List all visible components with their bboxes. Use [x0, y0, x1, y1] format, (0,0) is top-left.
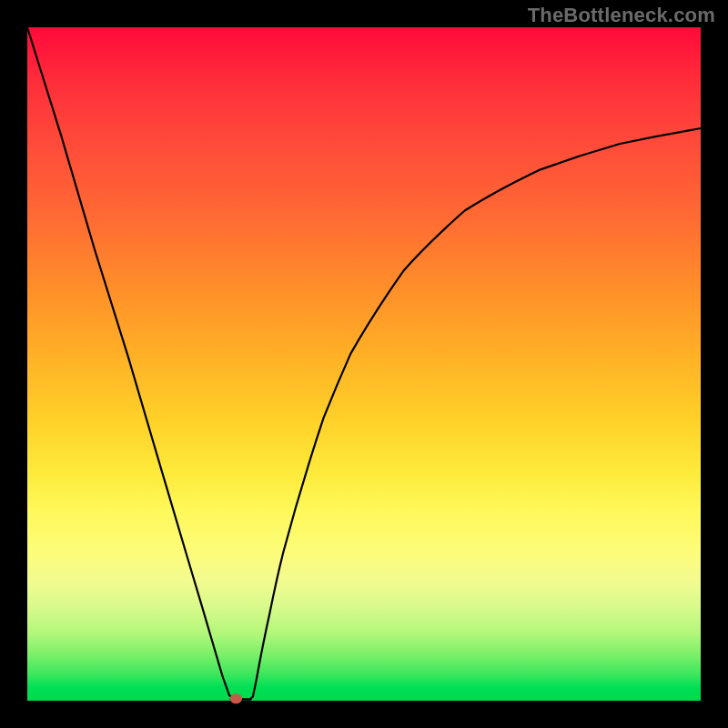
plot-area	[27, 27, 701, 701]
chart-frame: TheBottleneck.com	[0, 0, 728, 728]
curve-layer	[27, 27, 701, 701]
watermark-label: TheBottleneck.com	[528, 4, 715, 27]
bottleneck-curve	[27, 27, 701, 700]
min-point-marker	[230, 693, 242, 703]
